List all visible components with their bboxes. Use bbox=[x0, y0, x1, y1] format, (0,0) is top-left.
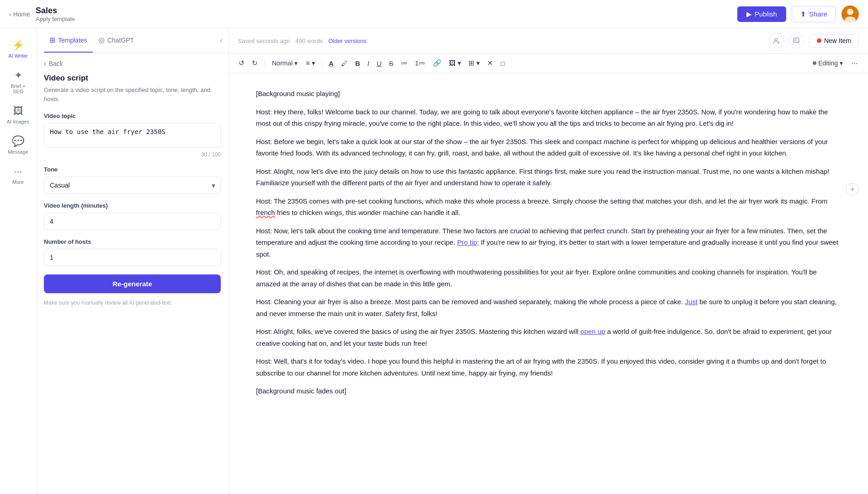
pro-tip-link[interactable]: Pro tip bbox=[457, 238, 477, 246]
older-versions-link[interactable]: Older versions bbox=[328, 38, 367, 44]
paragraph-4: Host: The 2350S comes with pre-set cooki… bbox=[256, 195, 841, 219]
video-topic-label: Video topic bbox=[44, 113, 221, 119]
word-count: 490 words bbox=[295, 38, 323, 44]
sidebar-item-brief-seo[interactable]: ✦ Brief + SEO bbox=[3, 66, 34, 98]
format-style-button[interactable]: Normal ▾ bbox=[268, 58, 301, 69]
tab-templates[interactable]: ⊞ Templates bbox=[44, 28, 93, 53]
top-nav: ‹ Home Sales Apply template ▶ Publish ⬆ … bbox=[0, 0, 868, 28]
chatgpt-icon: ◎ bbox=[98, 36, 105, 44]
video-length-input[interactable] bbox=[44, 213, 221, 230]
image-button[interactable]: 🖼 ▾ bbox=[446, 57, 464, 69]
editing-chevron-icon: ▾ bbox=[840, 59, 843, 67]
share-icon: ⬆ bbox=[800, 10, 806, 18]
nav-title: Sales bbox=[36, 6, 75, 16]
panel-tabs: ⊞ Templates ◎ ChatGPT ‹ bbox=[37, 28, 228, 53]
video-topic-group: Video topic How to use the air fryer 235… bbox=[44, 113, 221, 158]
video-length-group: Video length (minutes) bbox=[44, 202, 221, 230]
image-add-icon-button[interactable] bbox=[789, 33, 804, 48]
toolbar-divider-2 bbox=[322, 59, 322, 68]
highlight-button[interactable]: 🖊 bbox=[338, 58, 351, 69]
italic-button[interactable]: I bbox=[365, 58, 372, 69]
chevron-down-icon: ▾ bbox=[294, 59, 298, 67]
editor-meta: Saved seconds ago 490 words Older versio… bbox=[238, 38, 367, 44]
num-hosts-input[interactable] bbox=[44, 249, 221, 266]
panel: ⊞ Templates ◎ ChatGPT ‹ ‹ Back Video scr… bbox=[37, 28, 229, 494]
paragraph-3: Host: Alright, now let's dive into the j… bbox=[256, 166, 841, 189]
tone-select-wrapper: Casual Formal Friendly Professional ▾ bbox=[44, 177, 221, 194]
underline-button[interactable]: U bbox=[374, 58, 384, 69]
main-layout: ⚡ AI Writer ✦ Brief + SEO 🖼 AI Images 💬 … bbox=[0, 28, 868, 494]
apply-template-link[interactable]: Apply template bbox=[36, 16, 75, 22]
paragraph-9: Host: Well, that's it for today's video.… bbox=[256, 355, 841, 379]
message-icon: 💬 bbox=[12, 135, 24, 147]
open-up-link[interactable]: open up bbox=[580, 328, 605, 335]
regenerate-button[interactable]: Re-generate bbox=[44, 274, 221, 293]
paragraph-1: Host: Hey there, folks! Welcome back to … bbox=[256, 106, 841, 129]
red-dot-icon bbox=[817, 38, 821, 43]
align-button[interactable]: ≡ ▾ bbox=[303, 57, 318, 69]
saved-text: Saved seconds ago bbox=[238, 38, 290, 44]
bullet-list-button[interactable]: ≔ bbox=[398, 57, 410, 69]
add-content-button[interactable]: + bbox=[846, 183, 859, 196]
editor-topbar-right: New Item bbox=[769, 33, 859, 48]
svg-point-0 bbox=[775, 38, 777, 41]
publish-label: Publish bbox=[755, 10, 777, 18]
num-hosts-label: Number of hosts bbox=[44, 238, 221, 245]
tab-chatgpt[interactable]: ◎ ChatGPT bbox=[93, 28, 139, 53]
user-add-icon-button[interactable] bbox=[769, 33, 784, 48]
tone-group: Tone Casual Formal Friendly Professional… bbox=[44, 166, 221, 194]
icon-sidebar: ⚡ AI Writer ✦ Brief + SEO 🖼 AI Images 💬 … bbox=[0, 28, 37, 494]
toolbar-divider-3 bbox=[511, 59, 512, 68]
paragraph-8: Host: Alright, folks, we've covered the … bbox=[256, 326, 841, 349]
editing-button[interactable]: Editing ▾ bbox=[809, 58, 847, 69]
chevron-left-icon: ‹ bbox=[9, 11, 11, 18]
paragraph-6: Host: Oh, and speaking of recipes, the i… bbox=[256, 266, 841, 290]
special-char-button[interactable]: ✕ bbox=[485, 57, 496, 69]
sidebar-item-message[interactable]: 💬 Message bbox=[3, 132, 34, 158]
top-nav-left: ‹ Home Sales Apply template bbox=[9, 6, 75, 22]
char-count: 30 / 100 bbox=[44, 151, 221, 158]
top-nav-right: ▶ Publish ⬆ Share bbox=[737, 5, 859, 23]
share-button[interactable]: ⬆ Share bbox=[792, 6, 836, 22]
strikethrough-button[interactable]: S bbox=[386, 58, 396, 69]
paragraph-5: Host: Now, let's talk about the cooking … bbox=[256, 225, 841, 260]
template-desc: Generate a video script on the specified… bbox=[44, 86, 221, 103]
video-topic-input[interactable]: How to use the air fryer 2350S bbox=[44, 123, 221, 148]
paragraph-2: Host: Before we begin, let's take a quic… bbox=[256, 136, 841, 159]
image-icon: 🖼 bbox=[13, 105, 23, 117]
link-button[interactable]: 🔗 bbox=[430, 57, 444, 69]
tone-select[interactable]: Casual Formal Friendly Professional bbox=[44, 177, 221, 194]
table-button[interactable]: ⊞ ▾ bbox=[466, 57, 483, 69]
redo-button[interactable]: ↻ bbox=[249, 57, 261, 69]
new-item-label: New Item bbox=[824, 37, 851, 44]
tab-templates-label: Templates bbox=[58, 37, 87, 44]
editor-content[interactable]: [Background music playing] Host: Hey the… bbox=[229, 73, 868, 494]
sidebar-item-ai-images[interactable]: 🖼 AI Images bbox=[3, 102, 34, 128]
bold-button[interactable]: B bbox=[352, 58, 363, 69]
video-length-label: Video length (minutes) bbox=[44, 202, 221, 209]
new-item-button[interactable]: New Item bbox=[809, 34, 859, 48]
template-title: Video script bbox=[44, 74, 221, 83]
editing-label: Editing bbox=[818, 59, 838, 67]
toolbar-divider-1 bbox=[264, 59, 265, 68]
numbered-list-button[interactable]: 1≔ bbox=[412, 57, 428, 69]
panel-collapse-button[interactable]: ‹ bbox=[220, 36, 223, 45]
sidebar-item-more[interactable]: ··· More bbox=[3, 162, 34, 188]
sidebar-item-ai-writer[interactable]: ⚡ AI Writer bbox=[3, 36, 34, 62]
lightning-icon: ⚡ bbox=[12, 39, 24, 51]
back-link[interactable]: ‹ Back bbox=[44, 60, 221, 67]
home-link[interactable]: ‹ Home bbox=[9, 11, 30, 18]
paragraph-0: [Background music playing] bbox=[256, 88, 841, 100]
publish-button[interactable]: ▶ Publish bbox=[737, 6, 786, 22]
text-color-button[interactable]: A bbox=[326, 58, 336, 69]
undo-button[interactable]: ↺ bbox=[236, 57, 247, 69]
more-options-button[interactable]: ⋯ bbox=[848, 57, 861, 69]
nav-title-area: Sales Apply template bbox=[36, 6, 75, 22]
home-label: Home bbox=[13, 11, 30, 18]
format-toolbar: ↺ ↻ Normal ▾ ≡ ▾ A 🖊 B I U S ≔ 1≔ 🔗 🖼 ▾ … bbox=[229, 54, 868, 73]
more-icon: ··· bbox=[14, 166, 22, 177]
avatar[interactable] bbox=[841, 5, 859, 23]
embed-button[interactable]: □ bbox=[498, 58, 507, 69]
format-style-label: Normal bbox=[272, 59, 293, 67]
just-link[interactable]: Just bbox=[685, 298, 698, 306]
